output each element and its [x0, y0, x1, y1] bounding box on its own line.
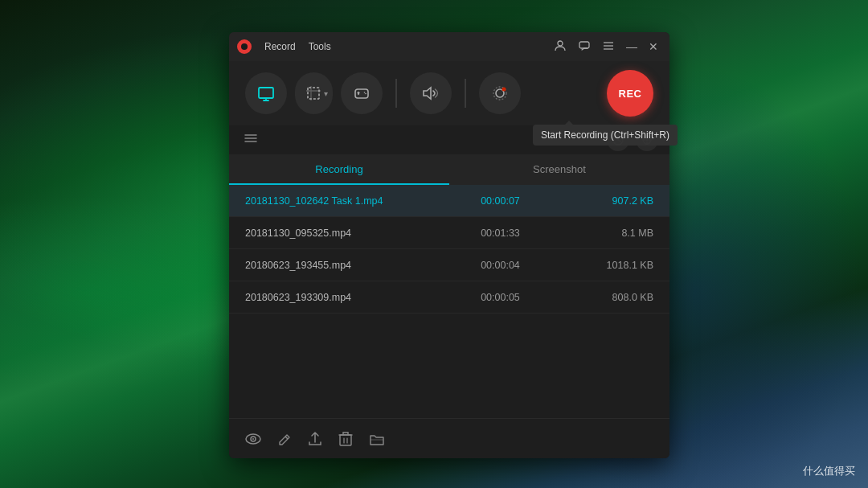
- table-row[interactable]: 20180623_193309.mp4 00:00:05 808.0 KB: [229, 281, 669, 314]
- app-window: Record Tools: [229, 32, 669, 458]
- game-button[interactable]: [341, 72, 383, 114]
- title-bar-menu: Record Tools: [258, 41, 544, 52]
- svg-point-33: [252, 438, 254, 440]
- folder-button[interactable]: [366, 429, 388, 449]
- file-size: 1018.1 KB: [551, 260, 653, 271]
- svg-point-13: [364, 92, 366, 93]
- svg-line-34: [285, 437, 288, 439]
- tab-recording[interactable]: Recording: [229, 154, 449, 185]
- svg-point-26: [646, 139, 649, 141]
- minimize-icon[interactable]: —: [623, 39, 641, 54]
- file-duration: 00:01:33: [449, 228, 551, 239]
- file-size: 808.0 KB: [551, 292, 653, 303]
- svg-rect-35: [340, 435, 351, 445]
- file-size: 907.2 KB: [551, 195, 653, 207]
- audio-button[interactable]: [410, 72, 452, 114]
- svg-rect-5: [259, 88, 273, 98]
- svg-rect-8: [308, 88, 319, 99]
- file-name: 20180623_193309.mp4: [245, 292, 449, 303]
- file-duration: 00:00:05: [449, 292, 551, 303]
- clock-area: [607, 129, 658, 151]
- bottom-bar: [229, 418, 669, 458]
- file-duration: 00:00:07: [449, 195, 551, 207]
- clock-icon-1[interactable]: [607, 129, 629, 151]
- hamburger-icon[interactable]: [599, 38, 618, 55]
- app-logo: [237, 39, 252, 54]
- svg-marker-15: [424, 88, 431, 99]
- toolbar-separator-1: [395, 79, 397, 108]
- table-row[interactable]: 20180623_193455.mp4 00:00:04 1018.1 KB: [229, 249, 669, 281]
- svg-line-24: [618, 140, 620, 141]
- list-view-button[interactable]: [240, 128, 261, 152]
- rec-btn-wrapper: REC Start Recording (Ctrl+Shift+R): [607, 70, 653, 117]
- preview-button[interactable]: [242, 429, 264, 449]
- toolbar-separator-2: [465, 79, 466, 108]
- table-row[interactable]: 20181130_095325.mp4 00:01:33 8.1 MB: [229, 217, 669, 249]
- clock-icon-2[interactable]: [636, 129, 658, 151]
- user-icon[interactable]: [551, 38, 570, 55]
- tab-screenshot[interactable]: Screenshot: [449, 154, 669, 185]
- svg-rect-1: [579, 42, 589, 48]
- file-list: 20181130_102642 Task 1.mp4 00:00:07 907.…: [229, 185, 669, 418]
- edit-button[interactable]: [274, 429, 295, 449]
- chevron-down-icon: ▾: [324, 89, 328, 98]
- crop-button[interactable]: ▾: [295, 72, 333, 114]
- title-bar: Record Tools: [229, 32, 669, 61]
- rec-button[interactable]: REC: [607, 70, 653, 117]
- share-button[interactable]: [305, 428, 326, 450]
- menu-tools[interactable]: Tools: [302, 41, 338, 52]
- file-name: 20181130_102642 Task 1.mp4: [245, 195, 449, 207]
- table-row[interactable]: 20181130_102642 Task 1.mp4 00:00:07 907.…: [229, 185, 669, 217]
- camera-button[interactable]: [479, 72, 521, 114]
- file-name: 20180623_193455.mp4: [245, 260, 449, 271]
- tabs-bar: Recording Screenshot: [229, 154, 669, 185]
- svg-point-18: [502, 88, 506, 92]
- file-size: 8.1 MB: [551, 228, 653, 239]
- menu-record[interactable]: Record: [258, 41, 302, 52]
- file-name: 20181130_095325.mp4: [245, 228, 449, 239]
- watermark: 什么值得买: [803, 464, 855, 478]
- close-icon[interactable]: ✕: [645, 39, 661, 55]
- svg-point-0: [558, 41, 563, 46]
- file-duration: 00:00:04: [449, 260, 551, 271]
- screen-button[interactable]: [245, 72, 287, 114]
- title-bar-controls: — ✕: [551, 38, 661, 55]
- svg-point-14: [365, 93, 366, 95]
- toolbar: ▾: [229, 61, 669, 125]
- delete-button[interactable]: [335, 428, 356, 450]
- sub-toolbar: [229, 125, 669, 154]
- chat-icon[interactable]: [575, 38, 594, 55]
